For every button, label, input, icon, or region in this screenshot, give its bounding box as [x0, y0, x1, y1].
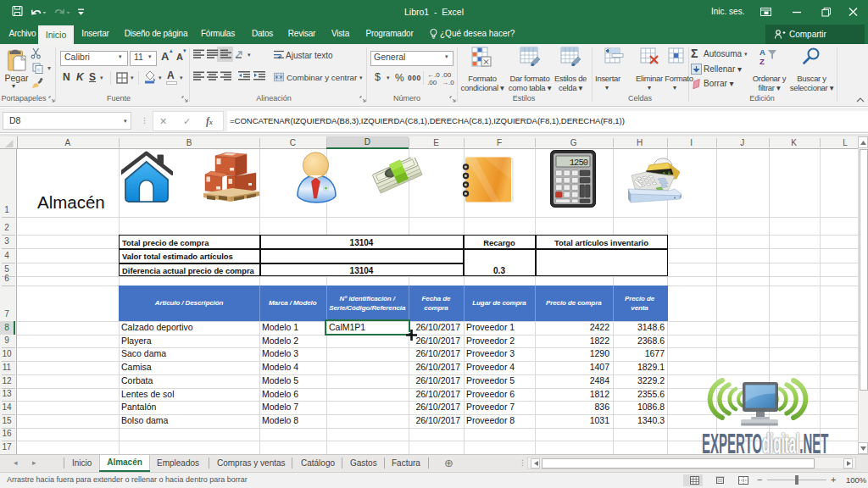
svg-text:1250: 1250: [570, 158, 588, 168]
svg-text:Z: Z: [760, 57, 765, 66]
svg-text:A: A: [760, 47, 765, 57]
